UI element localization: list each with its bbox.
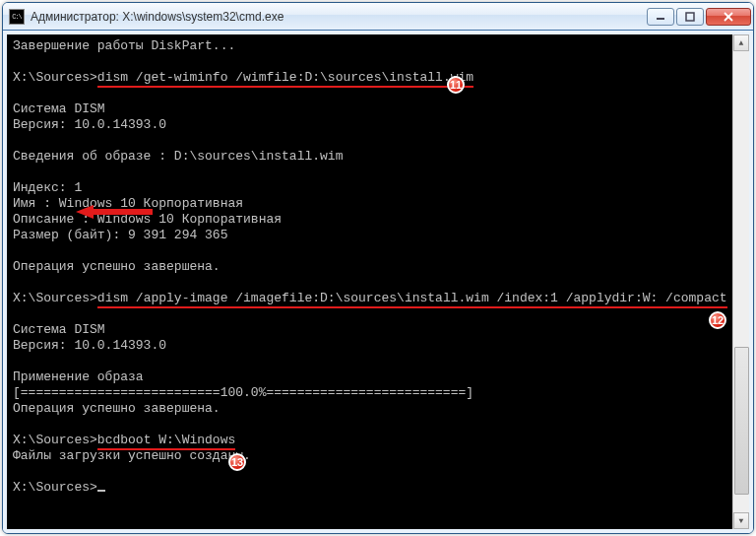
maximize-button[interactable] [676,8,704,26]
line: Версия: 10.0.14393.0 [13,338,166,353]
line: Описание : Windows 10 Корпоративная [13,212,282,227]
prompt: X:\Sources> [13,433,97,447]
scroll-track[interactable] [733,51,749,512]
vertical-scrollbar[interactable]: ▲ ▼ [732,34,749,529]
line: Версия: 10.0.14393.0 [13,117,166,132]
annotation-badge-12: 12 [709,311,726,329]
scroll-down-button[interactable]: ▼ [733,512,749,529]
close-button[interactable] [706,8,751,26]
prompt: X:\Sources> [13,291,97,305]
line: Применение образа [13,369,144,384]
svg-rect-1 [686,13,694,21]
line: Cистема DISM [13,101,105,116]
line-index: Индекс: 1 [13,180,82,195]
line: Имя : Windows 10 Корпоративная [13,196,243,211]
minimize-button[interactable] [647,8,674,26]
line: Завершение работы DiskPart... [13,38,235,53]
scroll-thumb[interactable] [734,347,749,495]
command-dism-apply: dism /apply-image /imagefile:D:\sources\… [97,291,727,308]
line: Cистема DISM [13,322,105,337]
line: Размер (байт): 9 391 294 365 [13,228,227,242]
command-dism-getwiminfo: dism /get-wiminfo /wimfile:D:\sources\in… [97,70,473,88]
titlebar[interactable]: C:\ Администратор: X:\windows\system32\c… [3,3,753,31]
line: Сведения об образе : D:\sources\install.… [13,149,343,164]
client-area: Завершение работы DiskPart... X:\Sources… [3,31,753,533]
line: Файлы загрузки успешно созданы. [13,448,251,463]
line: Операция успешно завершена. [13,401,220,416]
prompt: X:\Sources> [13,70,97,85]
text-cursor [97,490,105,492]
line: Операция успешно завершена. [13,259,220,274]
console-output[interactable]: Завершение работы DiskPart... X:\Sources… [7,34,749,529]
window-title: Администратор: X:\windows\system32\cmd.e… [31,10,645,24]
line-progress: [==========================100.0%=======… [13,385,473,400]
window-controls [645,8,751,26]
annotation-badge-11: 11 [447,76,465,94]
annotation-badge-13: 13 [228,453,246,471]
cmd-icon: C:\ [9,9,25,25]
prompt: X:\Sources> [13,480,97,495]
cmd-window: C:\ Администратор: X:\windows\system32\c… [2,2,754,534]
scroll-up-button[interactable]: ▲ [733,34,749,51]
